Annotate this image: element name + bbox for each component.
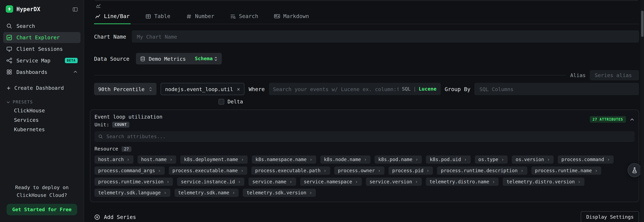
chevron-right-icon: › — [415, 157, 418, 163]
tab-line-bar[interactable]: Line/Bar — [94, 10, 130, 24]
tab-number[interactable]: Number — [185, 10, 215, 24]
attribute-pill[interactable]: service.namespace› — [300, 178, 362, 186]
attribute-pill[interactable]: service.version› — [366, 178, 422, 186]
attribute-name: process.runtime.description — [441, 168, 518, 173]
attribute-name: service.version — [370, 179, 412, 185]
chart-icon — [6, 34, 12, 40]
attribute-pill[interactable]: k8s.node.name› — [320, 155, 370, 164]
chevron-right-icon: › — [289, 179, 292, 185]
attribute-pill[interactable]: process.pid› — [388, 167, 433, 175]
aggregation-select[interactable]: 90th Percentile — [94, 83, 156, 95]
display-settings-button[interactable]: Display Settings — [581, 211, 639, 222]
floating-action-button[interactable] — [628, 163, 642, 177]
chart-preview-button[interactable] — [96, 2, 101, 8]
delta-checkbox[interactable] — [218, 99, 224, 104]
lucene-toggle[interactable]: Lucene — [419, 86, 436, 92]
preset-item-clickhouse[interactable]: ClickHouse — [3, 106, 80, 115]
sidebar-item-dashboards[interactable]: Dashboards — [3, 66, 80, 78]
add-series-button[interactable]: Add Series — [94, 214, 136, 220]
sidebar-item-label: Client Sessions — [16, 46, 63, 52]
tab-table[interactable]: Table — [144, 10, 171, 24]
data-source-row: Data Source Demo Metrics Schema — [94, 53, 639, 64]
alias-input[interactable] — [590, 70, 639, 80]
attribute-name: service.instance.id — [181, 179, 235, 185]
data-source-value: Demo Metrics — [149, 55, 186, 62]
search-icon — [6, 23, 12, 29]
attribute-pill[interactable]: k8s.deployment.name› — [180, 155, 248, 164]
attribute-pill[interactable]: process.executable.name› — [168, 167, 247, 175]
chart-name-input[interactable] — [132, 30, 639, 43]
service-map-icon — [6, 57, 12, 63]
attribute-pill[interactable]: k8s.pod.uid› — [426, 155, 471, 164]
sidebar-item-client-sessions[interactable]: Client Sessions — [3, 43, 80, 55]
attribute-pill[interactable]: process.command_args› — [94, 167, 164, 175]
attribute-pill[interactable]: process.executable.path› — [252, 167, 330, 175]
sidebar-item-search[interactable]: Search — [3, 20, 80, 32]
chart-type-tabs: Line/Bar Table Number Search — [94, 10, 639, 24]
attribute-pill[interactable]: process.command› — [558, 155, 614, 164]
attribute-name: process.executable.name — [172, 168, 238, 173]
logo[interactable]: HyperDX — [0, 0, 84, 17]
scrollbar-thumb[interactable] — [641, 11, 644, 37]
unit-badge: COUNT — [112, 122, 129, 128]
attribute-pill[interactable]: os.type› — [475, 155, 508, 164]
attribute-pill[interactable]: telemetry.sdk.name› — [174, 189, 239, 197]
attribute-name: os.version — [516, 157, 544, 163]
get-started-button[interactable]: Get Started for Free — [6, 204, 77, 216]
mini-chart-icon — [96, 3, 101, 8]
attribute-pill[interactable]: host.arch› — [94, 155, 133, 164]
attribute-pill[interactable]: telemetry.distro.name› — [426, 178, 499, 186]
attribute-pill[interactable]: service.instance.id› — [177, 178, 244, 186]
attribute-search-input[interactable] — [106, 134, 631, 140]
chevron-right-icon: › — [310, 157, 312, 163]
chevron-up-icon — [73, 70, 78, 74]
divider — [94, 75, 566, 75]
sidebar-item-label: Search — [16, 23, 35, 29]
chevron-right-icon: › — [158, 168, 161, 173]
attribute-pill[interactable]: os.version› — [512, 155, 554, 164]
attribute-name: k8s.pod.name — [378, 157, 412, 163]
attribute-name: telemetry.sdk.name — [178, 190, 229, 196]
group-by-input[interactable] — [474, 83, 639, 95]
sidebar-collapse-button[interactable] — [72, 6, 78, 12]
attribute-pill[interactable]: k8s.pod.name› — [374, 155, 422, 164]
preset-item-services[interactable]: Services — [3, 115, 80, 125]
collapse-attributes-button[interactable] — [630, 116, 634, 122]
schema-toggle[interactable]: Schema — [195, 56, 218, 62]
sidebar-item-chart-explorer[interactable]: Chart Explorer — [3, 32, 80, 43]
list-search-icon — [230, 13, 236, 19]
attribute-pill[interactable]: process.runtime.name› — [531, 167, 602, 175]
attribute-pill[interactable]: process.runtime.description› — [437, 167, 527, 175]
attribute-pill[interactable]: telemetry.sdk.language› — [94, 189, 170, 197]
attribute-pill[interactable]: telemetry.distro.version› — [503, 178, 584, 186]
attribute-pill[interactable]: process.owner› — [334, 167, 384, 175]
attribute-name: service.name — [252, 179, 286, 185]
attribute-pill[interactable]: process.runtime.version› — [94, 178, 173, 186]
attribute-name: service.namespace — [304, 179, 352, 185]
presets-section-toggle[interactable]: PRESETS — [3, 98, 80, 106]
attribute-pill[interactable]: host.name› — [137, 155, 176, 164]
attribute-pill[interactable]: k8s.namespace.name› — [252, 155, 316, 164]
alias-row: Alias — [94, 70, 639, 80]
attribute-name: telemetry.distro.version — [506, 179, 575, 185]
attribute-pill[interactable]: telemetry.sdk.version› — [243, 189, 316, 197]
sql-toggle[interactable]: SQL — [402, 86, 411, 92]
grid-icon — [6, 69, 12, 75]
attribute-pill[interactable]: service.name› — [248, 178, 296, 186]
sidebar-item-service-map[interactable]: Service Map BETA — [3, 55, 80, 66]
attribute-name: process.owner — [338, 168, 375, 173]
tab-markdown[interactable]: Markdown — [273, 10, 310, 24]
add-series-label: Add Series — [104, 214, 136, 220]
create-dashboard-button[interactable]: Create Dashboard — [3, 83, 80, 93]
chevron-right-icon: › — [364, 157, 367, 163]
preset-item-kubernetes[interactable]: Kubernetes — [3, 125, 80, 134]
chevron-right-icon: › — [241, 157, 244, 163]
remove-metric-button[interactable]: × — [237, 86, 240, 92]
attributes-header-right: 27 ATTRIBUTES — [590, 114, 634, 122]
metric-pill[interactable]: nodejs.event_loop.util × — [161, 83, 245, 95]
data-source-select[interactable]: Demo Metrics Schema — [136, 53, 222, 64]
attribute-name: process.executable.path — [255, 168, 320, 173]
where-input[interactable] — [273, 86, 399, 92]
attribute-group-label: Resource — [94, 146, 118, 152]
tab-search[interactable]: Search — [229, 10, 259, 24]
